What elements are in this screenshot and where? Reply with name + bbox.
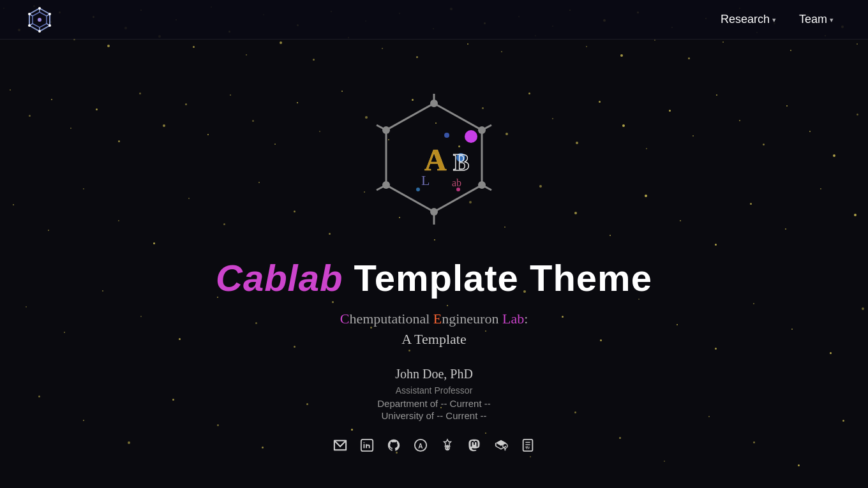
nav-team-label: Team	[799, 13, 827, 26]
subtitle-line1: Chemputational Engineuron Lab:	[340, 311, 528, 327]
svg-text:ab: ab	[452, 177, 461, 188]
google-scholar-icon[interactable]	[491, 435, 511, 455]
svg-point-10	[49, 13, 51, 15]
nav-research-label: Research	[721, 13, 770, 26]
svg-point-34	[444, 133, 449, 138]
subtitle-hemputational: hemputational	[349, 311, 433, 327]
email-icon[interactable]	[330, 435, 350, 455]
subtitle-line2: A Template	[340, 331, 528, 348]
linkedin-icon[interactable]	[357, 435, 377, 455]
hex-logo-container: A B L ab	[364, 91, 504, 231]
hero-title: Cablab Template Theme	[216, 256, 652, 299]
svg-text:CV: CV	[526, 447, 530, 450]
hex-logo-svg: A B L ab	[364, 91, 504, 231]
brand-logo[interactable]	[26, 6, 54, 34]
svg-point-36	[416, 188, 420, 191]
svg-point-35	[456, 188, 460, 191]
hero-title-colored: Cablab	[216, 257, 343, 299]
svg-point-12	[38, 30, 41, 33]
nav-team[interactable]: Team ▾	[790, 9, 842, 30]
subtitle-lab: Lab	[502, 311, 524, 327]
academia-icon[interactable]: A	[410, 435, 431, 455]
social-row: A	[330, 435, 538, 455]
team-chevron-icon: ▾	[830, 16, 834, 24]
subtitle-colon: :	[524, 311, 528, 327]
svg-point-28	[465, 130, 477, 143]
svg-text:L: L	[421, 172, 430, 188]
person-dept: Department of -- Current --	[377, 398, 491, 409]
subtitle-E: E	[433, 311, 442, 327]
navbar-nav: Research ▾ Team ▾	[712, 9, 842, 30]
subtitle-ngineuron: ngineuron	[442, 311, 502, 327]
brand-logo-svg	[26, 6, 54, 34]
svg-point-9	[38, 7, 41, 10]
research-chevron-icon: ▾	[772, 16, 776, 24]
subtitle-C: C	[340, 311, 350, 327]
person-title: Assistant Professor	[396, 385, 473, 396]
svg-point-45	[503, 443, 507, 448]
svg-point-2	[38, 18, 41, 22]
github-icon[interactable]	[384, 435, 404, 455]
svg-text:B: B	[453, 149, 469, 175]
nav-research[interactable]: Research ▾	[712, 9, 785, 30]
person-univ: University of -- Current --	[381, 410, 486, 421]
subtitle-block: Chemputational Engineuron Lab: A Templat…	[340, 311, 528, 348]
main-content: A B L ab Cablab Template Theme Chemputat…	[0, 40, 868, 455]
svg-point-13	[28, 24, 31, 27]
keybase-icon[interactable]	[437, 435, 458, 455]
hero-title-template: Template Theme	[354, 257, 652, 299]
svg-point-11	[49, 24, 51, 27]
svg-text:A: A	[418, 443, 423, 450]
navbar: Research ▾ Team ▾	[0, 0, 868, 40]
person-name: John Doe, PhD	[395, 367, 473, 381]
cv-icon[interactable]: CV	[518, 435, 538, 455]
svg-point-14	[28, 13, 31, 15]
mastodon-icon[interactable]	[464, 435, 484, 455]
